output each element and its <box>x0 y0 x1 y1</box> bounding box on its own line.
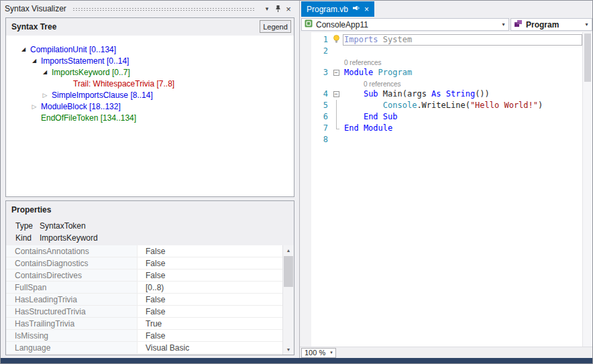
glyph-cell[interactable] <box>300 100 311 111</box>
tree-expander-icon[interactable]: ◢ <box>18 46 29 52</box>
glyph-cell[interactable] <box>300 46 311 57</box>
window-position-menu-icon[interactable]: ▾ <box>262 3 272 14</box>
scrollbar-thumb[interactable] <box>284 256 293 287</box>
collapse-box-icon[interactable]: − <box>333 70 339 76</box>
code-text[interactable]: End Module <box>343 123 582 134</box>
code-text[interactable]: End Sub <box>343 111 582 123</box>
code-text[interactable]: Imports System <box>343 34 582 46</box>
tab-close-icon[interactable]: × <box>364 5 369 13</box>
member-dropdown[interactable]: Program ▾ <box>510 18 592 31</box>
scroll-down-icon[interactable]: ▼ <box>283 345 294 355</box>
tree-expander-icon[interactable]: ◢ <box>29 58 40 64</box>
glyph-cell[interactable] <box>300 78 311 88</box>
zoom-control[interactable]: 100 % ▾ <box>301 348 336 358</box>
property-value: [0..8) <box>138 282 282 293</box>
titlebar-grip[interactable] <box>72 7 256 11</box>
property-rows: ContainsAnnotationsFalseContainsDiagnost… <box>6 245 282 355</box>
outline-margin <box>329 134 343 145</box>
property-row[interactable]: HasTrailingTriviaTrue <box>6 318 282 330</box>
properties-groupbox: Properties TypeSyntaxTokenKindImportsKey… <box>5 200 294 355</box>
codelens-text-cell[interactable]: 0 references <box>343 78 582 88</box>
chevron-down-icon[interactable]: ▾ <box>330 350 333 355</box>
scrollbar-thumb[interactable] <box>584 34 591 82</box>
chevron-down-icon[interactable]: ▾ <box>498 21 508 27</box>
project-dropdown[interactable]: ConsoleApp11 ▾ <box>301 18 509 31</box>
tab-program-vb[interactable]: Program.vb × <box>301 1 374 17</box>
glyph-cell[interactable] <box>300 34 311 46</box>
project-icon <box>305 19 313 29</box>
glyph-cell[interactable] <box>300 111 311 123</box>
glyph-cell[interactable] <box>300 88 311 100</box>
lightbulb-icon[interactable] <box>333 35 340 46</box>
property-grid: ContainsAnnotationsFalseContainsDiagnost… <box>6 245 294 355</box>
syntax-visualizer-panel: Syntax Visualizer ▾ × Syntax Tree Legend… <box>1 1 299 358</box>
tree-node[interactable]: Trail: WhitespaceTrivia [7..8] <box>6 78 294 89</box>
outline-guide-end <box>336 123 339 129</box>
property-row[interactable]: ContainsDirectivesFalse <box>6 269 282 282</box>
property-name: Language <box>6 342 138 353</box>
tab-pin-icon[interactable] <box>353 5 360 14</box>
line-number: 4 <box>311 88 329 100</box>
code-line: 2 <box>300 46 582 57</box>
tab-title: Program.vb <box>307 5 348 14</box>
code-text[interactable] <box>343 134 582 145</box>
editor-group: Program.vb × ConsoleApp11 ▾ Program <box>299 1 592 358</box>
code-token: System <box>378 35 413 44</box>
collapse-box-icon[interactable]: − <box>333 91 339 97</box>
tree-node[interactable]: EndOfFileToken [134..134] <box>6 112 294 123</box>
code-text[interactable]: Sub Main(args As String()) <box>343 88 582 100</box>
tree-node-label: SimpleImportsClause [8..14] <box>52 90 153 100</box>
code-token: Console <box>383 101 417 110</box>
code-line: 8 <box>300 134 582 145</box>
codelens-references[interactable]: 0 references <box>344 58 382 68</box>
tree-expander-icon[interactable]: ▷ <box>29 103 40 110</box>
property-row[interactable]: FullSpan[0..8) <box>6 282 282 294</box>
close-icon[interactable]: × <box>283 3 294 14</box>
glyph-cell[interactable] <box>300 134 311 145</box>
chevron-down-icon[interactable]: ▾ <box>582 21 592 27</box>
tree-node[interactable]: ◢CompilationUnit [0..134] <box>6 44 294 55</box>
code-token <box>344 101 383 110</box>
line-number: 5 <box>311 100 329 111</box>
property-row[interactable]: ContainsAnnotationsFalse <box>6 245 282 257</box>
glyph-cell[interactable] <box>300 67 311 78</box>
tree-node-label: CompilationUnit [0..134] <box>30 45 116 54</box>
property-name: HasTrailingTrivia <box>6 318 138 329</box>
tree-node-label: Trail: WhitespaceTrivia [7..8] <box>73 79 174 88</box>
editor-scrollbar[interactable] <box>582 32 592 347</box>
code-token: As <box>431 89 441 99</box>
tree-node-label: EndOfFileToken [134..134] <box>41 113 136 123</box>
property-row[interactable]: IsMissingFalse <box>6 330 282 342</box>
scroll-up-icon[interactable]: ▲ <box>283 245 294 255</box>
tree-node[interactable]: ▷ModuleBlock [18..132] <box>6 101 294 112</box>
tree-node[interactable]: ◢ImportsKeyword [0..7] <box>6 66 294 78</box>
property-row[interactable]: ContainsDiagnosticsFalse <box>6 257 282 269</box>
tree-expander-icon[interactable]: ▷ <box>40 92 50 99</box>
code-token: Sub <box>364 89 378 99</box>
glyph-cell[interactable] <box>300 57 311 67</box>
glyph-cell[interactable] <box>300 123 311 134</box>
tree-expander-icon[interactable]: ◢ <box>40 69 50 75</box>
property-row[interactable]: LanguageVisual Basic <box>6 342 282 354</box>
code-text[interactable] <box>343 46 582 57</box>
line-number: 7 <box>311 123 329 134</box>
tree-node[interactable]: ◢ImportsStatement [0..14] <box>6 55 294 66</box>
code-editor[interactable]: 1Imports System20 references3−Module Pro… <box>300 32 592 347</box>
code-line: 6 End Sub <box>300 111 582 123</box>
syntax-tree[interactable]: ◢CompilationUnit [0..134]◢ImportsStateme… <box>6 36 294 196</box>
module-icon <box>514 19 523 29</box>
pin-icon[interactable] <box>272 3 283 14</box>
codelens-text-cell[interactable]: 0 references <box>343 57 582 67</box>
property-row[interactable]: HasStructuredTriviaFalse <box>6 306 282 318</box>
property-row[interactable]: HasLeadingTriviaFalse <box>6 294 282 306</box>
codelens-references[interactable]: 0 references <box>364 79 401 89</box>
tool-window-titlebar[interactable]: Syntax Visualizer ▾ × <box>1 2 298 15</box>
legend-button[interactable]: Legend <box>260 20 291 33</box>
code-line: 7End Module <box>300 123 582 134</box>
code-text[interactable]: Console.WriteLine("Hello World!") <box>343 100 582 111</box>
property-grid-scrollbar[interactable]: ▲ ▼ <box>282 245 294 355</box>
code-text[interactable]: Module Program <box>343 67 582 78</box>
property-value: False <box>138 269 282 281</box>
tree-node[interactable]: ▷SimpleImportsClause [8..14] <box>6 89 294 101</box>
property-value: Visual Basic <box>138 342 282 353</box>
